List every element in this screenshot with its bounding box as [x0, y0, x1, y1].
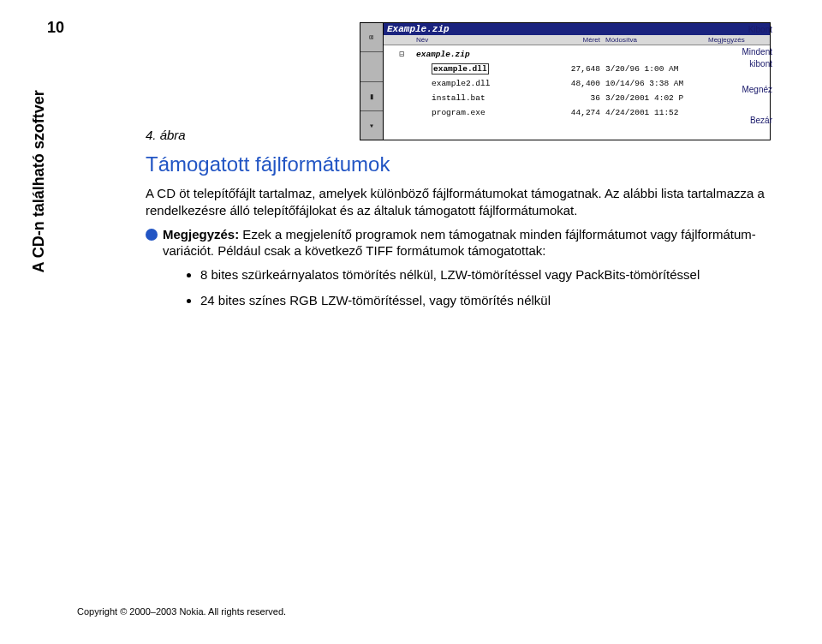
- file-name: example.dll: [416, 62, 558, 76]
- table-row[interactable]: example2.dll 48,400 10/14/96 3:38 AM: [387, 76, 766, 91]
- toolbar-button-1[interactable]: ⌧: [360, 23, 383, 52]
- file-modified: 10/14/96 3:38 AM: [605, 76, 708, 91]
- file-pane: Example.zip Név Méret Módosítva Megjegyz…: [384, 22, 771, 140]
- action-close[interactable]: Bezár: [750, 115, 772, 127]
- toolbar-button-3[interactable]: ▮: [360, 82, 383, 111]
- figure-caption: 4. ábra: [146, 128, 186, 142]
- action-extract-all-line1[interactable]: Mindent: [742, 46, 772, 58]
- note-bullet-icon: [146, 229, 158, 241]
- note-label: Megjegyzés:: [163, 227, 239, 242]
- content-area: 4. ábra ⌧ ▮ ▾ Example.zip Név Méret Módo…: [146, 22, 771, 318]
- file-name: program.exe: [416, 105, 558, 120]
- file-name: example2.dll: [416, 76, 558, 91]
- page-number: 10: [47, 19, 64, 37]
- file-modified: 3/20/96 1:00 AM: [605, 62, 708, 76]
- tree-toggle-icon[interactable]: ⊟: [387, 47, 416, 62]
- toolbar-button-2[interactable]: [360, 52, 383, 81]
- note-block: Megjegyzés: Ezek a megjelenítő programok…: [146, 226, 771, 260]
- toolbar-button-4[interactable]: ▾: [360, 111, 383, 140]
- file-name: install.bat: [416, 91, 558, 105]
- bullet-list: 8 bites szürkeárnyalatos tömörítés nélkü…: [146, 266, 771, 309]
- column-size[interactable]: Méret: [558, 36, 605, 44]
- screenshot-toolbar: ⌧ ▮ ▾: [360, 22, 384, 140]
- table-row[interactable]: ⊟ example.zip: [387, 47, 766, 62]
- file-modified: 3/20/2001 4:02 P: [605, 91, 708, 105]
- column-note[interactable]: Megjegyzés: [708, 36, 766, 44]
- file-list: ⊟ example.zip example.dll 27,648 3/20/96…: [384, 45, 770, 140]
- file-size: 44,274: [558, 105, 605, 120]
- file-name: example.zip: [416, 47, 558, 62]
- section-title: Támogatott fájlformátumok: [146, 152, 771, 176]
- column-name[interactable]: Név: [416, 36, 558, 44]
- action-extract[interactable]: Kibont: [748, 24, 772, 36]
- sidebar-running-head: A CD-n található szoftver: [30, 90, 48, 272]
- table-row[interactable]: example.dll 27,648 3/20/96 1:00 AM: [387, 62, 766, 76]
- file-size: 36: [558, 91, 605, 105]
- note-text: Megjegyzés: Ezek a megjelenítő programok…: [163, 226, 771, 260]
- column-headers: Név Méret Módosítva Megjegyzés: [384, 35, 770, 45]
- action-extract-all-line2[interactable]: kibont: [749, 58, 772, 70]
- copyright: Copyright © 2000–2003 Nokia. All rights …: [77, 606, 286, 617]
- list-item: 24 bites színes RGB LZW-tömörítéssel, va…: [200, 292, 771, 309]
- figure-area: 4. ábra ⌧ ▮ ▾ Example.zip Név Méret Módo…: [146, 22, 771, 142]
- screenshot: ⌧ ▮ ▾ Example.zip Név Méret Módosítva Me…: [360, 22, 771, 140]
- body-paragraph: A CD öt telepítőfájlt tartalmaz, amelyek…: [146, 185, 771, 219]
- column-modified[interactable]: Módosítva: [605, 36, 708, 44]
- file-size: 27,648: [558, 62, 605, 76]
- titlebar: Example.zip: [384, 23, 770, 35]
- table-row[interactable]: program.exe 44,274 4/24/2001 11:52: [387, 105, 766, 120]
- action-view[interactable]: Megnéz: [742, 84, 772, 96]
- list-item: 8 bites szürkeárnyalatos tömörítés nélkü…: [200, 266, 771, 283]
- note-body: Ezek a megjelenítő programok nem támogat…: [163, 227, 756, 259]
- file-size: 48,400: [558, 76, 605, 91]
- column-tree: [387, 36, 416, 44]
- table-row[interactable]: install.bat 36 3/20/2001 4:02 P: [387, 91, 766, 105]
- file-modified: 4/24/2001 11:52: [605, 105, 708, 120]
- page: 10 A CD-n található szoftver 4. ábra ⌧ ▮…: [0, 0, 822, 644]
